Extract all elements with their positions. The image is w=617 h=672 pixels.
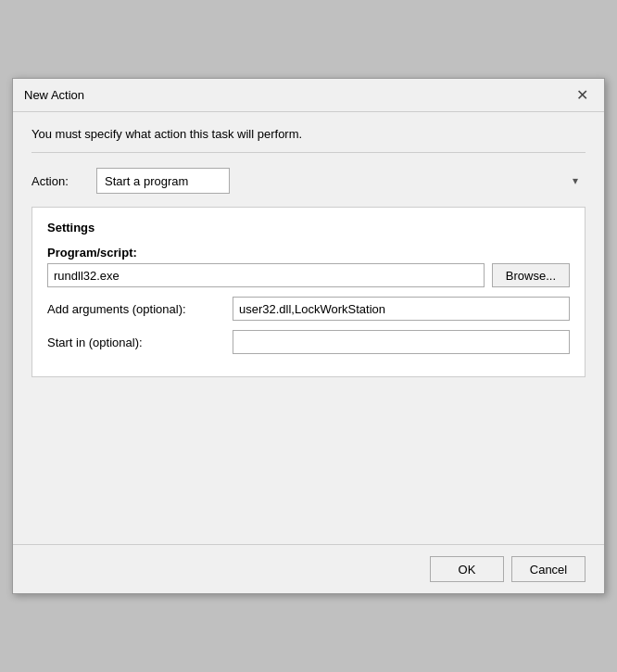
dialog-body: You must specify what action this task w… [13,112,604,396]
arguments-label: Add arguments (optional): [47,302,233,316]
ok-button[interactable]: OK [430,556,504,582]
settings-title: Settings [47,221,570,235]
action-select-wrapper: Start a program Send an e-mail Display a… [96,168,586,194]
settings-box: Settings Program/script: Browse... Add a… [31,207,586,377]
close-button[interactable]: ✕ [571,84,593,107]
action-field-row: Action: Start a program Send an e-mail D… [31,168,586,194]
warning-text: You must specify what action this task w… [31,127,586,153]
arguments-field-row: Add arguments (optional): [47,297,570,321]
browse-button[interactable]: Browse... [492,263,570,287]
program-input[interactable] [47,263,485,287]
action-label: Action: [31,174,87,188]
start-in-label: Start in (optional): [47,336,233,349]
dialog-title: New Action [24,88,84,102]
arguments-input[interactable] [233,297,570,321]
start-in-input[interactable] [233,330,570,354]
program-field: Program/script: Browse... [47,246,570,287]
program-field-row: Browse... [47,263,570,287]
action-select[interactable]: Start a program Send an e-mail Display a… [96,168,230,194]
program-label: Program/script: [47,246,570,260]
new-action-dialog: New Action ✕ You must specify what actio… [12,78,605,594]
title-bar: New Action ✕ [13,79,604,112]
cancel-button[interactable]: Cancel [511,556,586,582]
start-in-field-row: Start in (optional): [47,330,570,354]
dialog-footer: OK Cancel [13,544,604,593]
